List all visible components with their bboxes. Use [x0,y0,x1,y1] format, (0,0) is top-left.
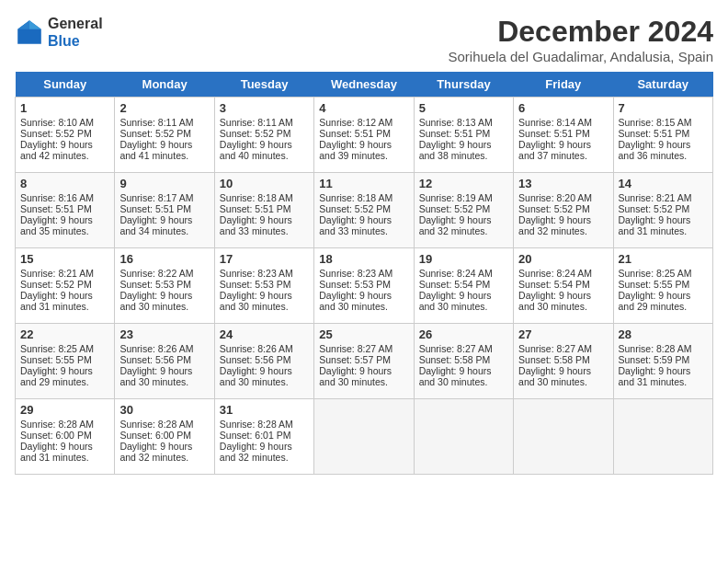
calendar-cell: 23Sunrise: 8:26 AMSunset: 5:56 PMDayligh… [115,324,214,399]
daylight-text: Daylight: 9 hours and 30 minutes. [119,365,192,387]
calendar-cell [514,399,613,475]
week-row-5: 29Sunrise: 8:28 AMSunset: 6:00 PMDayligh… [16,399,713,475]
calendar-cell: 8Sunrise: 8:16 AMSunset: 5:51 PMDaylight… [16,173,115,248]
calendar-cell: 6Sunrise: 8:14 AMSunset: 5:51 PMDaylight… [514,98,613,173]
sunrise-text: Sunrise: 8:18 AM [220,192,293,203]
sunrise-text: Sunrise: 8:24 AM [419,268,493,279]
daylight-text: Daylight: 9 hours and 30 minutes. [518,290,591,312]
header-row: SundayMondayTuesdayWednesdayThursdayFrid… [16,72,713,98]
logo-icon [15,17,44,47]
sunrise-text: Sunrise: 8:28 AM [220,419,293,430]
sunrise-text: Sunrise: 8:16 AM [20,192,94,203]
calendar-cell: 7Sunrise: 8:15 AMSunset: 5:51 PMDaylight… [613,98,712,173]
sunrise-text: Sunrise: 8:21 AM [20,268,94,279]
calendar-cell: 24Sunrise: 8:26 AMSunset: 5:56 PMDayligh… [214,324,313,399]
calendar-cell: 31Sunrise: 8:28 AMSunset: 6:01 PMDayligh… [214,399,313,475]
calendar-cell: 26Sunrise: 8:27 AMSunset: 5:58 PMDayligh… [414,324,513,399]
sunset-text: Sunset: 5:57 PM [319,354,391,365]
daylight-text: Daylight: 9 hours and 32 minutes. [518,214,591,236]
sunrise-text: Sunrise: 8:23 AM [220,268,293,279]
calendar-table: SundayMondayTuesdayWednesdayThursdayFrid… [15,72,713,475]
calendar-cell: 2Sunrise: 8:11 AMSunset: 5:52 PMDaylight… [115,98,214,173]
sunrise-text: Sunrise: 8:11 AM [220,117,293,128]
month-title: December 2024 [448,15,713,49]
day-number: 16 [119,252,209,266]
sunrise-text: Sunrise: 8:25 AM [20,343,94,354]
calendar-cell [414,399,513,475]
logo-text: General Blue [48,15,103,50]
sunrise-text: Sunrise: 8:12 AM [319,117,392,128]
col-header-sunday: Sunday [16,72,115,98]
daylight-text: Daylight: 9 hours and 30 minutes. [419,290,492,312]
daylight-text: Daylight: 9 hours and 31 minutes. [20,290,93,312]
sunrise-text: Sunrise: 8:28 AM [119,419,193,430]
sunrise-text: Sunrise: 8:10 AM [20,117,94,128]
daylight-text: Daylight: 9 hours and 34 minutes. [119,214,192,236]
day-number: 3 [220,101,309,115]
sunset-text: Sunset: 5:56 PM [220,354,291,365]
day-number: 10 [220,177,309,190]
sunrise-text: Sunrise: 8:28 AM [20,419,94,430]
sunset-text: Sunset: 5:54 PM [518,279,590,290]
calendar-cell: 10Sunrise: 8:18 AMSunset: 5:51 PMDayligh… [214,173,313,248]
day-number: 26 [419,327,508,341]
sunrise-text: Sunrise: 8:18 AM [319,192,392,203]
sunset-text: Sunset: 5:52 PM [20,279,92,290]
day-number: 8 [20,177,109,190]
calendar-cell: 30Sunrise: 8:28 AMSunset: 6:00 PMDayligh… [115,399,214,475]
calendar-cell: 25Sunrise: 8:27 AMSunset: 5:57 PMDayligh… [314,324,414,399]
col-header-monday: Monday [115,72,214,98]
sunset-text: Sunset: 5:55 PM [20,354,92,365]
daylight-text: Daylight: 9 hours and 36 minutes. [619,139,691,161]
calendar-cell: 17Sunrise: 8:23 AMSunset: 5:53 PMDayligh… [214,248,313,324]
sunrise-text: Sunrise: 8:19 AM [419,192,493,203]
week-row-1: 1Sunrise: 8:10 AMSunset: 5:52 PMDaylight… [16,98,713,173]
calendar-cell: 14Sunrise: 8:21 AMSunset: 5:52 PMDayligh… [613,173,712,248]
calendar-cell: 20Sunrise: 8:24 AMSunset: 5:54 PMDayligh… [514,248,613,324]
daylight-text: Daylight: 9 hours and 33 minutes. [220,214,292,236]
calendar-cell: 5Sunrise: 8:13 AMSunset: 5:51 PMDaylight… [414,98,513,173]
day-number: 28 [619,327,708,341]
sunset-text: Sunset: 5:52 PM [518,203,590,214]
daylight-text: Daylight: 9 hours and 30 minutes. [220,290,292,312]
sunset-text: Sunset: 5:58 PM [518,354,590,365]
day-number: 11 [319,177,408,190]
col-header-saturday: Saturday [613,72,712,98]
sunrise-text: Sunrise: 8:11 AM [119,117,193,128]
day-number: 17 [220,252,309,266]
sunrise-text: Sunrise: 8:13 AM [419,117,493,128]
sunrise-text: Sunrise: 8:14 AM [518,117,592,128]
daylight-text: Daylight: 9 hours and 32 minutes. [419,214,492,236]
day-number: 24 [220,327,309,341]
header: General Blue December 2024 Sorihuela del… [15,15,713,64]
daylight-text: Daylight: 9 hours and 30 minutes. [220,365,292,387]
daylight-text: Daylight: 9 hours and 31 minutes. [20,441,93,463]
svg-marker-1 [29,20,41,29]
daylight-text: Daylight: 9 hours and 29 minutes. [619,290,691,312]
calendar-cell: 1Sunrise: 8:10 AMSunset: 5:52 PMDaylight… [16,98,115,173]
sunset-text: Sunset: 5:51 PM [119,203,191,214]
daylight-text: Daylight: 9 hours and 31 minutes. [619,365,691,387]
sunset-text: Sunset: 5:58 PM [419,354,491,365]
sunset-text: Sunset: 5:59 PM [619,354,690,365]
daylight-text: Daylight: 9 hours and 42 minutes. [20,139,93,161]
daylight-text: Daylight: 9 hours and 30 minutes. [119,290,192,312]
day-number: 31 [220,403,309,417]
sunrise-text: Sunrise: 8:23 AM [319,268,392,279]
sunset-text: Sunset: 5:56 PM [119,354,191,365]
sunset-text: Sunset: 5:53 PM [319,279,391,290]
week-row-4: 22Sunrise: 8:25 AMSunset: 5:55 PMDayligh… [16,324,713,399]
sunset-text: Sunset: 5:53 PM [220,279,291,290]
calendar-cell: 29Sunrise: 8:28 AMSunset: 6:00 PMDayligh… [16,399,115,475]
day-number: 19 [419,252,508,266]
col-header-wednesday: Wednesday [314,72,414,98]
day-number: 15 [20,252,109,266]
daylight-text: Daylight: 9 hours and 32 minutes. [220,441,292,463]
sunset-text: Sunset: 5:52 PM [419,203,491,214]
sunset-text: Sunset: 5:51 PM [319,128,391,139]
sunrise-text: Sunrise: 8:27 AM [319,343,392,354]
sunset-text: Sunset: 6:01 PM [220,430,291,441]
daylight-text: Daylight: 9 hours and 33 minutes. [319,214,392,236]
sunrise-text: Sunrise: 8:25 AM [619,268,692,279]
calendar-cell [613,399,712,475]
